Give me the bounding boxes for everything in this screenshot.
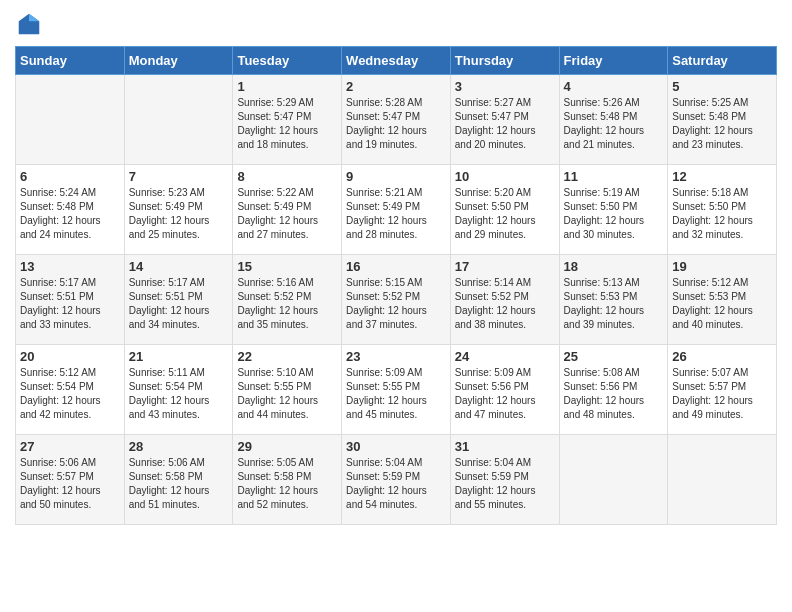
weekday-header-row: SundayMondayTuesdayWednesdayThursdayFrid… <box>16 47 777 75</box>
day-number: 6 <box>20 169 120 184</box>
weekday-header-sunday: Sunday <box>16 47 125 75</box>
calendar-cell: 18Sunrise: 5:13 AMSunset: 5:53 PMDayligh… <box>559 255 668 345</box>
calendar-cell: 29Sunrise: 5:05 AMSunset: 5:58 PMDayligh… <box>233 435 342 525</box>
day-number: 11 <box>564 169 664 184</box>
weekday-header-friday: Friday <box>559 47 668 75</box>
day-number: 3 <box>455 79 555 94</box>
week-row-1: 1Sunrise: 5:29 AMSunset: 5:47 PMDaylight… <box>16 75 777 165</box>
calendar-cell: 22Sunrise: 5:10 AMSunset: 5:55 PMDayligh… <box>233 345 342 435</box>
day-number: 10 <box>455 169 555 184</box>
calendar-table: SundayMondayTuesdayWednesdayThursdayFrid… <box>15 46 777 525</box>
day-number: 14 <box>129 259 229 274</box>
day-info: Sunrise: 5:15 AMSunset: 5:52 PMDaylight:… <box>346 276 446 332</box>
week-row-3: 13Sunrise: 5:17 AMSunset: 5:51 PMDayligh… <box>16 255 777 345</box>
day-number: 20 <box>20 349 120 364</box>
day-info: Sunrise: 5:22 AMSunset: 5:49 PMDaylight:… <box>237 186 337 242</box>
day-info: Sunrise: 5:07 AMSunset: 5:57 PMDaylight:… <box>672 366 772 422</box>
calendar-cell: 1Sunrise: 5:29 AMSunset: 5:47 PMDaylight… <box>233 75 342 165</box>
day-info: Sunrise: 5:06 AMSunset: 5:58 PMDaylight:… <box>129 456 229 512</box>
calendar-cell: 10Sunrise: 5:20 AMSunset: 5:50 PMDayligh… <box>450 165 559 255</box>
calendar-cell: 21Sunrise: 5:11 AMSunset: 5:54 PMDayligh… <box>124 345 233 435</box>
day-info: Sunrise: 5:21 AMSunset: 5:49 PMDaylight:… <box>346 186 446 242</box>
day-info: Sunrise: 5:09 AMSunset: 5:56 PMDaylight:… <box>455 366 555 422</box>
day-info: Sunrise: 5:18 AMSunset: 5:50 PMDaylight:… <box>672 186 772 242</box>
weekday-header-tuesday: Tuesday <box>233 47 342 75</box>
weekday-header-wednesday: Wednesday <box>342 47 451 75</box>
calendar-cell: 8Sunrise: 5:22 AMSunset: 5:49 PMDaylight… <box>233 165 342 255</box>
day-number: 5 <box>672 79 772 94</box>
day-info: Sunrise: 5:23 AMSunset: 5:49 PMDaylight:… <box>129 186 229 242</box>
logo-icon <box>15 10 43 38</box>
day-info: Sunrise: 5:04 AMSunset: 5:59 PMDaylight:… <box>455 456 555 512</box>
day-number: 16 <box>346 259 446 274</box>
calendar-cell: 19Sunrise: 5:12 AMSunset: 5:53 PMDayligh… <box>668 255 777 345</box>
day-info: Sunrise: 5:28 AMSunset: 5:47 PMDaylight:… <box>346 96 446 152</box>
calendar-cell: 6Sunrise: 5:24 AMSunset: 5:48 PMDaylight… <box>16 165 125 255</box>
calendar-cell: 15Sunrise: 5:16 AMSunset: 5:52 PMDayligh… <box>233 255 342 345</box>
day-info: Sunrise: 5:09 AMSunset: 5:55 PMDaylight:… <box>346 366 446 422</box>
day-number: 4 <box>564 79 664 94</box>
calendar-cell: 13Sunrise: 5:17 AMSunset: 5:51 PMDayligh… <box>16 255 125 345</box>
calendar-cell: 3Sunrise: 5:27 AMSunset: 5:47 PMDaylight… <box>450 75 559 165</box>
day-number: 27 <box>20 439 120 454</box>
day-number: 31 <box>455 439 555 454</box>
calendar-cell: 9Sunrise: 5:21 AMSunset: 5:49 PMDaylight… <box>342 165 451 255</box>
day-number: 13 <box>20 259 120 274</box>
weekday-header-monday: Monday <box>124 47 233 75</box>
calendar-cell <box>668 435 777 525</box>
day-info: Sunrise: 5:05 AMSunset: 5:58 PMDaylight:… <box>237 456 337 512</box>
calendar-cell: 24Sunrise: 5:09 AMSunset: 5:56 PMDayligh… <box>450 345 559 435</box>
day-number: 22 <box>237 349 337 364</box>
day-number: 24 <box>455 349 555 364</box>
calendar-cell <box>16 75 125 165</box>
day-info: Sunrise: 5:08 AMSunset: 5:56 PMDaylight:… <box>564 366 664 422</box>
week-row-4: 20Sunrise: 5:12 AMSunset: 5:54 PMDayligh… <box>16 345 777 435</box>
calendar-cell: 5Sunrise: 5:25 AMSunset: 5:48 PMDaylight… <box>668 75 777 165</box>
day-info: Sunrise: 5:13 AMSunset: 5:53 PMDaylight:… <box>564 276 664 332</box>
day-info: Sunrise: 5:17 AMSunset: 5:51 PMDaylight:… <box>20 276 120 332</box>
day-number: 23 <box>346 349 446 364</box>
day-info: Sunrise: 5:06 AMSunset: 5:57 PMDaylight:… <box>20 456 120 512</box>
calendar-cell <box>559 435 668 525</box>
day-number: 9 <box>346 169 446 184</box>
day-number: 29 <box>237 439 337 454</box>
day-info: Sunrise: 5:27 AMSunset: 5:47 PMDaylight:… <box>455 96 555 152</box>
day-info: Sunrise: 5:26 AMSunset: 5:48 PMDaylight:… <box>564 96 664 152</box>
day-info: Sunrise: 5:12 AMSunset: 5:53 PMDaylight:… <box>672 276 772 332</box>
day-info: Sunrise: 5:29 AMSunset: 5:47 PMDaylight:… <box>237 96 337 152</box>
calendar-cell <box>124 75 233 165</box>
week-row-2: 6Sunrise: 5:24 AMSunset: 5:48 PMDaylight… <box>16 165 777 255</box>
calendar-cell: 7Sunrise: 5:23 AMSunset: 5:49 PMDaylight… <box>124 165 233 255</box>
calendar-cell: 14Sunrise: 5:17 AMSunset: 5:51 PMDayligh… <box>124 255 233 345</box>
day-number: 12 <box>672 169 772 184</box>
weekday-header-saturday: Saturday <box>668 47 777 75</box>
calendar-cell: 25Sunrise: 5:08 AMSunset: 5:56 PMDayligh… <box>559 345 668 435</box>
day-number: 2 <box>346 79 446 94</box>
logo <box>15 10 47 38</box>
calendar-cell: 31Sunrise: 5:04 AMSunset: 5:59 PMDayligh… <box>450 435 559 525</box>
day-number: 30 <box>346 439 446 454</box>
day-info: Sunrise: 5:24 AMSunset: 5:48 PMDaylight:… <box>20 186 120 242</box>
day-number: 21 <box>129 349 229 364</box>
day-number: 15 <box>237 259 337 274</box>
day-info: Sunrise: 5:14 AMSunset: 5:52 PMDaylight:… <box>455 276 555 332</box>
day-number: 25 <box>564 349 664 364</box>
day-info: Sunrise: 5:11 AMSunset: 5:54 PMDaylight:… <box>129 366 229 422</box>
day-number: 8 <box>237 169 337 184</box>
calendar-cell: 4Sunrise: 5:26 AMSunset: 5:48 PMDaylight… <box>559 75 668 165</box>
calendar-cell: 27Sunrise: 5:06 AMSunset: 5:57 PMDayligh… <box>16 435 125 525</box>
day-number: 18 <box>564 259 664 274</box>
calendar-cell: 17Sunrise: 5:14 AMSunset: 5:52 PMDayligh… <box>450 255 559 345</box>
day-number: 28 <box>129 439 229 454</box>
day-info: Sunrise: 5:25 AMSunset: 5:48 PMDaylight:… <box>672 96 772 152</box>
day-number: 17 <box>455 259 555 274</box>
day-info: Sunrise: 5:17 AMSunset: 5:51 PMDaylight:… <box>129 276 229 332</box>
svg-marker-1 <box>29 14 39 21</box>
day-info: Sunrise: 5:19 AMSunset: 5:50 PMDaylight:… <box>564 186 664 242</box>
day-info: Sunrise: 5:12 AMSunset: 5:54 PMDaylight:… <box>20 366 120 422</box>
calendar-cell: 23Sunrise: 5:09 AMSunset: 5:55 PMDayligh… <box>342 345 451 435</box>
day-info: Sunrise: 5:20 AMSunset: 5:50 PMDaylight:… <box>455 186 555 242</box>
day-number: 19 <box>672 259 772 274</box>
calendar-cell: 11Sunrise: 5:19 AMSunset: 5:50 PMDayligh… <box>559 165 668 255</box>
weekday-header-thursday: Thursday <box>450 47 559 75</box>
